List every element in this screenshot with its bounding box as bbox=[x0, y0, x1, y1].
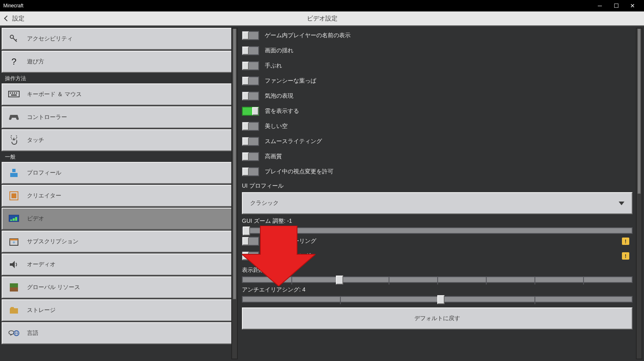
settings-scrollbar-thumb[interactable] bbox=[637, 29, 641, 194]
svg-rect-3 bbox=[9, 91, 19, 97]
video-icon bbox=[8, 213, 20, 224]
close-button[interactable]: ✕ bbox=[624, 0, 641, 11]
setting-toggle[interactable] bbox=[242, 61, 259, 70]
sidebar-item-label: タッチ bbox=[27, 137, 44, 144]
settings-scrollbar[interactable] bbox=[636, 28, 642, 359]
sidebar-item-howtoplay[interactable]: ? 遊び方 bbox=[2, 51, 237, 73]
sidebar-item-video[interactable]: ビデオ bbox=[2, 208, 237, 230]
antialiasing-label: アンチエイリアシング: 4 bbox=[242, 286, 641, 294]
chevron-left-icon bbox=[4, 16, 10, 21]
info-icon[interactable]: ! bbox=[622, 238, 629, 245]
setting-toggle[interactable] bbox=[242, 137, 259, 146]
svg-text:+: + bbox=[12, 240, 15, 245]
setting-toggle[interactable] bbox=[242, 46, 259, 55]
setting-toggle[interactable] bbox=[242, 107, 259, 116]
setting-toggle[interactable] bbox=[242, 167, 259, 176]
svg-line-2 bbox=[16, 39, 17, 40]
toggle-knob bbox=[242, 168, 249, 176]
svg-rect-8 bbox=[11, 94, 17, 96]
ui-profile-dropdown[interactable]: クラシック bbox=[242, 192, 633, 214]
sidebar-item-profile[interactable]: プロフィール bbox=[2, 162, 237, 184]
sidebar-section-controls: 操作方法 bbox=[2, 74, 237, 83]
render-distance-slider[interactable] bbox=[242, 276, 633, 283]
sidebar-item-controller[interactable]: コントローラー bbox=[2, 106, 237, 128]
sidebar-item-label: 言語 bbox=[27, 330, 38, 337]
sidebar: アクセシビリティ ? 遊び方 操作方法 キーボード ＆ マウス コントローラー bbox=[0, 26, 239, 361]
back-button[interactable]: 設定 bbox=[5, 15, 25, 22]
upscaling-row: アップスケーリング ! bbox=[242, 234, 641, 249]
svg-marker-21 bbox=[10, 261, 15, 268]
toggle-row: プレイ中の視点変更を許可 bbox=[242, 164, 641, 179]
sidebar-item-label: サブスクリプション bbox=[27, 238, 78, 245]
setting-toggle[interactable] bbox=[242, 152, 259, 161]
window-titlebar: Minecraft ─ ☐ ✕ bbox=[0, 0, 644, 11]
sidebar-item-storage[interactable]: ストレージ bbox=[2, 299, 237, 321]
creator-icon bbox=[8, 190, 20, 202]
raytracing-toggle[interactable] bbox=[242, 251, 259, 260]
key-icon bbox=[8, 33, 20, 45]
minimize-button[interactable]: ─ bbox=[592, 0, 608, 11]
reset-defaults-button[interactable]: デフォルトに戻す bbox=[242, 307, 633, 330]
toggle-knob bbox=[242, 237, 249, 245]
setting-toggle[interactable] bbox=[242, 76, 259, 85]
storage-icon bbox=[8, 305, 20, 316]
sidebar-scrollbar[interactable] bbox=[231, 28, 238, 359]
sidebar-item-subscription[interactable]: + サブスクリプション bbox=[2, 231, 237, 253]
svg-point-0 bbox=[10, 35, 13, 38]
gamepad-icon bbox=[8, 112, 20, 123]
raytracing-row: レイトレーシング ! bbox=[242, 249, 641, 263]
toggle-knob bbox=[242, 152, 249, 161]
page-header: 設定 ビデオ設定 bbox=[0, 11, 644, 26]
profile-icon bbox=[8, 167, 20, 179]
sidebar-section-general: 一般 bbox=[2, 152, 237, 162]
svg-rect-7 bbox=[16, 92, 17, 94]
toggle-knob bbox=[242, 122, 249, 130]
svg-rect-22 bbox=[10, 283, 18, 287]
toggle-row: 美しい空 bbox=[242, 119, 641, 134]
sidebar-item-touch[interactable]: タッチ bbox=[2, 129, 237, 151]
sidebar-item-label: コントローラー bbox=[27, 114, 67, 121]
svg-rect-11 bbox=[10, 173, 18, 177]
svg-rect-4 bbox=[10, 92, 11, 94]
toggle-row: 画面の揺れ bbox=[242, 43, 641, 58]
sidebar-item-label: アクセシビリティ bbox=[27, 35, 73, 43]
render-distance-slider-knob[interactable] bbox=[336, 276, 343, 285]
sidebar-item-accessibility[interactable]: アクセシビリティ bbox=[2, 28, 237, 50]
setting-toggle[interactable] bbox=[242, 31, 259, 40]
sidebar-item-global-resource[interactable]: グローバル リソース bbox=[2, 276, 237, 298]
antialiasing-slider-knob[interactable] bbox=[437, 295, 445, 304]
sidebar-item-label: クリエイター bbox=[27, 192, 61, 200]
maximize-button[interactable]: ☐ bbox=[608, 0, 624, 11]
back-label: 設定 bbox=[12, 15, 25, 22]
sidebar-item-audio[interactable]: オーディオ bbox=[2, 253, 237, 276]
toggle-row: スムースライティング bbox=[242, 134, 641, 149]
ui-profile-label: UI プロフィール bbox=[242, 182, 641, 190]
reset-defaults-label: デフォルトに戻す bbox=[414, 315, 460, 322]
toggle-knob bbox=[242, 47, 249, 55]
sidebar-item-keyboard[interactable]: キーボード ＆ マウス bbox=[2, 83, 237, 105]
sidebar-item-creator[interactable]: クリエイター bbox=[2, 185, 237, 207]
setting-toggle[interactable] bbox=[242, 92, 259, 101]
setting-toggle[interactable] bbox=[242, 122, 259, 131]
svg-rect-10 bbox=[12, 169, 16, 172]
toggle-label: 気泡の表現 bbox=[265, 92, 293, 100]
sidebar-item-label: プロフィール bbox=[27, 169, 61, 177]
window-controls: ─ ☐ ✕ bbox=[592, 0, 641, 11]
question-icon: ? bbox=[8, 56, 20, 67]
antialiasing-slider[interactable] bbox=[242, 296, 633, 303]
svg-rect-15 bbox=[10, 220, 12, 221]
gui-zoom-label: GUI ズーム 調整: -1 bbox=[242, 217, 641, 225]
upscaling-toggle[interactable] bbox=[242, 237, 259, 246]
page-title: ビデオ設定 bbox=[307, 15, 338, 22]
toggle-label: 手ぶれ bbox=[265, 62, 282, 70]
gui-zoom-slider[interactable] bbox=[242, 227, 633, 234]
settings-panel: ゲーム内プレイヤーの名前の表示画面の揺れ手ぶれファンシーな葉っぱ気泡の表現雲を表… bbox=[239, 26, 644, 361]
toggle-row: 手ぶれ bbox=[242, 58, 641, 73]
sidebar-item-language[interactable]: 言語 bbox=[2, 322, 237, 344]
toggle-label: 画面の揺れ bbox=[265, 47, 293, 54]
toggle-knob bbox=[242, 77, 249, 85]
info-icon[interactable]: ! bbox=[622, 252, 629, 260]
toggle-knob bbox=[242, 252, 249, 260]
sidebar-scrollbar-thumb[interactable] bbox=[233, 29, 236, 299]
upscaling-label: アップスケーリング bbox=[265, 238, 316, 245]
